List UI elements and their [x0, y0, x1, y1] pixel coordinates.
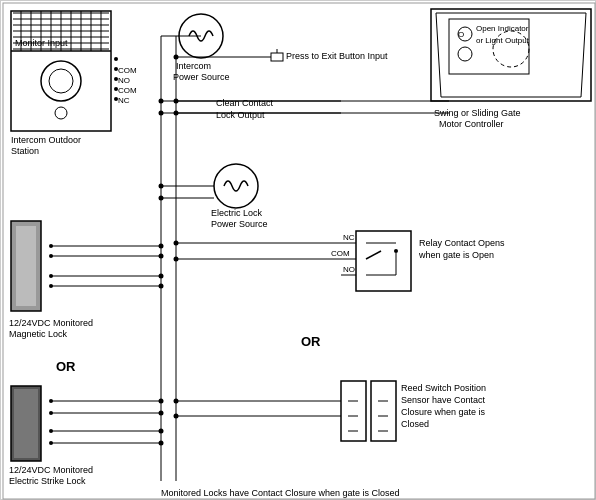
svg-text:12/24VDC Monitored: 12/24VDC Monitored — [9, 465, 93, 475]
svg-point-45 — [174, 55, 179, 60]
svg-point-118 — [174, 257, 179, 262]
svg-point-52 — [214, 164, 258, 208]
svg-text:Station: Station — [11, 146, 39, 156]
svg-text:Electric Lock: Electric Lock — [211, 208, 263, 218]
svg-point-51 — [159, 111, 164, 116]
svg-text:Closed: Closed — [401, 419, 429, 429]
svg-text:COM: COM — [118, 66, 137, 75]
svg-text:Press to Exit Button Input: Press to Exit Button Input — [286, 51, 388, 61]
svg-text:Reed Switch Position: Reed Switch Position — [401, 383, 486, 393]
svg-point-91 — [159, 441, 164, 446]
svg-point-81 — [159, 254, 164, 259]
svg-text:COM: COM — [118, 86, 137, 95]
svg-text:Intercom Outdoor: Intercom Outdoor — [11, 135, 81, 145]
svg-point-130 — [174, 399, 179, 404]
svg-text:Motor Controller: Motor Controller — [439, 119, 504, 129]
svg-text:O: O — [458, 30, 464, 39]
svg-text:12/24VDC Monitored: 12/24VDC Monitored — [9, 318, 93, 328]
svg-point-117 — [174, 241, 179, 246]
svg-text:Clean Contact: Clean Contact — [216, 98, 274, 108]
svg-point-58 — [159, 196, 164, 201]
svg-point-83 — [159, 284, 164, 289]
svg-rect-101 — [356, 231, 411, 291]
svg-point-140 — [174, 111, 179, 116]
svg-text:Relay Contact Opens: Relay Contact Opens — [419, 238, 505, 248]
svg-text:Power Source: Power Source — [173, 72, 230, 82]
svg-text:or Light Output: or Light Output — [476, 36, 530, 45]
svg-point-80 — [159, 244, 164, 249]
svg-text:Open Indicator: Open Indicator — [476, 24, 529, 33]
svg-point-88 — [159, 399, 164, 404]
svg-text:NC: NC — [118, 96, 130, 105]
svg-text:Closure when gate is: Closure when gate is — [401, 407, 486, 417]
svg-text:when gate is Open: when gate is Open — [418, 250, 494, 260]
svg-text:COM: COM — [331, 249, 350, 258]
svg-rect-60 — [16, 226, 36, 306]
svg-text:Monitored Locks have Contact C: Monitored Locks have Contact Closure whe… — [161, 488, 400, 498]
svg-text:Intercom: Intercom — [176, 61, 211, 71]
svg-rect-121 — [371, 381, 396, 441]
svg-point-110 — [394, 249, 398, 253]
svg-point-57 — [159, 184, 164, 189]
svg-point-89 — [159, 411, 164, 416]
svg-text:NC: NC — [343, 233, 355, 242]
wiring-diagram: Monitor Input COM NO COM NC Intercom Out… — [0, 0, 596, 500]
svg-text:Electric Strike Lock: Electric Strike Lock — [9, 476, 86, 486]
svg-rect-120 — [341, 381, 366, 441]
svg-point-50 — [159, 99, 164, 104]
svg-point-23 — [114, 57, 118, 61]
svg-point-139 — [174, 99, 179, 104]
svg-text:Lock Output: Lock Output — [216, 110, 265, 120]
svg-point-90 — [159, 429, 164, 434]
svg-point-131 — [174, 414, 179, 419]
svg-text:Monitor Input: Monitor Input — [15, 38, 68, 48]
svg-text:Magnetic Lock: Magnetic Lock — [9, 329, 68, 339]
svg-text:Power Source: Power Source — [211, 219, 268, 229]
svg-text:NO: NO — [343, 265, 355, 274]
svg-text:Sensor have Contact: Sensor have Contact — [401, 395, 486, 405]
svg-point-82 — [159, 274, 164, 279]
svg-rect-69 — [14, 389, 38, 458]
svg-text:OR: OR — [301, 334, 321, 349]
svg-text:OR: OR — [56, 359, 76, 374]
svg-text:NO: NO — [118, 76, 130, 85]
